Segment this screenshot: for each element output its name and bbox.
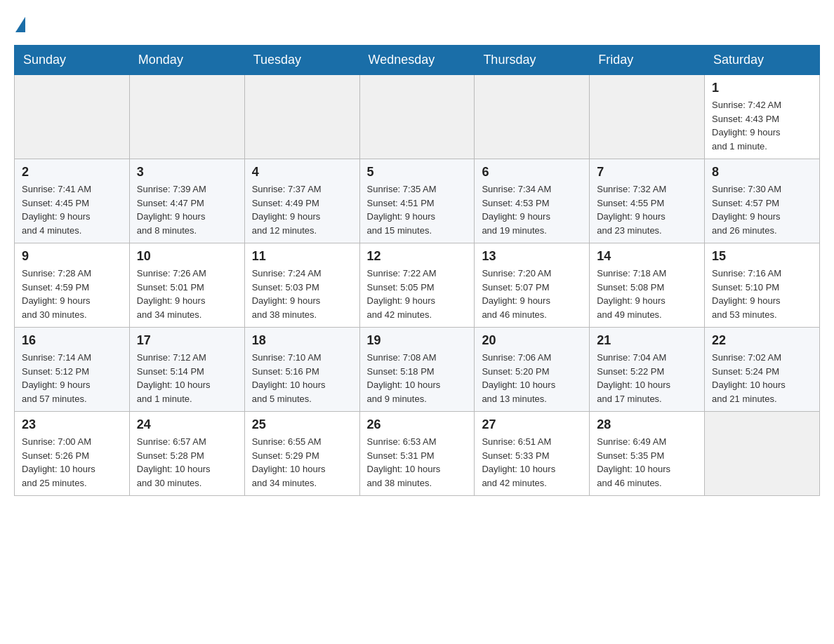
day-info: Sunrise: 6:49 AM Sunset: 5:35 PM Dayligh…	[597, 435, 697, 490]
day-number: 26	[367, 417, 468, 432]
calendar-day-cell: 5Sunrise: 7:35 AM Sunset: 4:51 PM Daylig…	[359, 159, 475, 243]
day-info: Sunrise: 7:00 AM Sunset: 5:26 PM Dayligh…	[22, 435, 122, 490]
day-info: Sunrise: 7:12 AM Sunset: 5:14 PM Dayligh…	[137, 351, 237, 405]
day-info: Sunrise: 7:02 AM Sunset: 5:24 PM Dayligh…	[712, 351, 812, 405]
calendar-day-cell: 26Sunrise: 6:53 AM Sunset: 5:31 PM Dayli…	[359, 412, 475, 496]
day-number: 25	[252, 417, 352, 432]
day-info: Sunrise: 7:16 AM Sunset: 5:10 PM Dayligh…	[712, 267, 812, 321]
day-number: 20	[482, 333, 582, 348]
day-number: 17	[137, 333, 237, 348]
day-number: 16	[22, 333, 122, 348]
calendar-day-cell	[15, 75, 130, 159]
calendar-day-cell	[705, 412, 820, 496]
day-number: 23	[22, 417, 122, 432]
calendar-day-cell	[590, 75, 705, 159]
calendar-day-cell: 9Sunrise: 7:28 AM Sunset: 4:59 PM Daylig…	[15, 243, 130, 328]
day-number: 27	[482, 417, 582, 432]
calendar-day-cell: 13Sunrise: 7:20 AM Sunset: 5:07 PM Dayli…	[475, 243, 590, 328]
day-info: Sunrise: 7:06 AM Sunset: 5:20 PM Dayligh…	[482, 351, 582, 405]
day-info: Sunrise: 7:37 AM Sunset: 4:49 PM Dayligh…	[252, 182, 352, 237]
calendar-week-row: 16Sunrise: 7:14 AM Sunset: 5:12 PM Dayli…	[15, 328, 820, 412]
calendar-day-cell: 10Sunrise: 7:26 AM Sunset: 5:01 PM Dayli…	[129, 243, 244, 328]
calendar-week-row: 9Sunrise: 7:28 AM Sunset: 4:59 PM Daylig…	[15, 243, 820, 328]
day-number: 18	[252, 333, 352, 348]
calendar-week-row: 23Sunrise: 7:00 AM Sunset: 5:26 PM Dayli…	[15, 412, 820, 496]
logo	[14, 14, 25, 31]
day-of-week-header: Saturday	[705, 46, 820, 75]
day-info: Sunrise: 7:04 AM Sunset: 5:22 PM Dayligh…	[597, 351, 697, 405]
calendar-day-cell: 2Sunrise: 7:41 AM Sunset: 4:45 PM Daylig…	[15, 159, 130, 243]
day-info: Sunrise: 7:32 AM Sunset: 4:55 PM Dayligh…	[597, 182, 697, 237]
calendar-day-cell: 17Sunrise: 7:12 AM Sunset: 5:14 PM Dayli…	[129, 328, 244, 412]
day-of-week-header: Monday	[129, 46, 244, 75]
day-number: 11	[252, 249, 352, 264]
calendar-day-cell: 20Sunrise: 7:06 AM Sunset: 5:20 PM Dayli…	[475, 328, 590, 412]
day-info: Sunrise: 7:22 AM Sunset: 5:05 PM Dayligh…	[367, 267, 468, 321]
day-number: 28	[597, 417, 697, 432]
calendar-day-cell	[359, 75, 475, 159]
day-number: 3	[137, 165, 237, 180]
day-number: 12	[367, 249, 468, 264]
calendar-week-row: 2Sunrise: 7:41 AM Sunset: 4:45 PM Daylig…	[15, 159, 820, 243]
day-info: Sunrise: 7:10 AM Sunset: 5:16 PM Dayligh…	[252, 351, 352, 405]
day-info: Sunrise: 7:24 AM Sunset: 5:03 PM Dayligh…	[252, 267, 352, 321]
day-number: 7	[597, 165, 697, 180]
day-number: 5	[367, 165, 468, 180]
day-of-week-header: Friday	[590, 46, 705, 75]
calendar-day-cell: 12Sunrise: 7:22 AM Sunset: 5:05 PM Dayli…	[359, 243, 475, 328]
day-info: Sunrise: 7:39 AM Sunset: 4:47 PM Dayligh…	[137, 182, 237, 237]
page-header	[14, 14, 820, 31]
day-number: 4	[252, 165, 352, 180]
day-info: Sunrise: 6:57 AM Sunset: 5:28 PM Dayligh…	[137, 435, 237, 490]
day-info: Sunrise: 7:35 AM Sunset: 4:51 PM Dayligh…	[367, 182, 468, 237]
day-of-week-header: Sunday	[15, 46, 130, 75]
day-info: Sunrise: 7:42 AM Sunset: 4:43 PM Dayligh…	[712, 98, 812, 153]
calendar-day-cell: 28Sunrise: 6:49 AM Sunset: 5:35 PM Dayli…	[590, 412, 705, 496]
calendar-day-cell: 14Sunrise: 7:18 AM Sunset: 5:08 PM Dayli…	[590, 243, 705, 328]
day-number: 24	[137, 417, 237, 432]
day-info: Sunrise: 7:41 AM Sunset: 4:45 PM Dayligh…	[22, 182, 122, 237]
calendar-day-cell: 18Sunrise: 7:10 AM Sunset: 5:16 PM Dayli…	[244, 328, 359, 412]
calendar-day-cell: 4Sunrise: 7:37 AM Sunset: 4:49 PM Daylig…	[244, 159, 359, 243]
calendar-day-cell: 21Sunrise: 7:04 AM Sunset: 5:22 PM Dayli…	[590, 328, 705, 412]
day-info: Sunrise: 7:18 AM Sunset: 5:08 PM Dayligh…	[597, 267, 697, 321]
day-number: 10	[137, 249, 237, 264]
day-number: 21	[597, 333, 697, 348]
calendar-day-cell: 8Sunrise: 7:30 AM Sunset: 4:57 PM Daylig…	[705, 159, 820, 243]
day-number: 6	[482, 165, 582, 180]
logo-arrow-icon	[15, 17, 25, 32]
calendar-day-cell	[475, 75, 590, 159]
calendar-day-cell: 23Sunrise: 7:00 AM Sunset: 5:26 PM Dayli…	[15, 412, 130, 496]
calendar-day-cell	[129, 75, 244, 159]
calendar-day-cell: 19Sunrise: 7:08 AM Sunset: 5:18 PM Dayli…	[359, 328, 475, 412]
calendar-week-row: 1Sunrise: 7:42 AM Sunset: 4:43 PM Daylig…	[15, 75, 820, 159]
calendar-day-cell	[244, 75, 359, 159]
day-info: Sunrise: 7:20 AM Sunset: 5:07 PM Dayligh…	[482, 267, 582, 321]
day-info: Sunrise: 7:08 AM Sunset: 5:18 PM Dayligh…	[367, 351, 468, 405]
calendar-day-cell: 16Sunrise: 7:14 AM Sunset: 5:12 PM Dayli…	[15, 328, 130, 412]
day-number: 9	[22, 249, 122, 264]
calendar-day-cell: 27Sunrise: 6:51 AM Sunset: 5:33 PM Dayli…	[475, 412, 590, 496]
day-number: 8	[712, 165, 812, 180]
calendar-day-cell: 7Sunrise: 7:32 AM Sunset: 4:55 PM Daylig…	[590, 159, 705, 243]
calendar-day-cell: 24Sunrise: 6:57 AM Sunset: 5:28 PM Dayli…	[129, 412, 244, 496]
calendar-header-row: SundayMondayTuesdayWednesdayThursdayFrid…	[15, 46, 820, 75]
day-info: Sunrise: 7:14 AM Sunset: 5:12 PM Dayligh…	[22, 351, 122, 405]
day-number: 1	[712, 81, 812, 95]
day-info: Sunrise: 7:34 AM Sunset: 4:53 PM Dayligh…	[482, 182, 582, 237]
day-number: 15	[712, 249, 812, 264]
calendar-day-cell: 25Sunrise: 6:55 AM Sunset: 5:29 PM Dayli…	[244, 412, 359, 496]
calendar-day-cell: 15Sunrise: 7:16 AM Sunset: 5:10 PM Dayli…	[705, 243, 820, 328]
day-number: 19	[367, 333, 468, 348]
calendar-day-cell: 1Sunrise: 7:42 AM Sunset: 4:43 PM Daylig…	[705, 75, 820, 159]
day-info: Sunrise: 6:55 AM Sunset: 5:29 PM Dayligh…	[252, 435, 352, 490]
day-number: 2	[22, 165, 122, 180]
day-info: Sunrise: 7:28 AM Sunset: 4:59 PM Dayligh…	[22, 267, 122, 321]
day-info: Sunrise: 6:51 AM Sunset: 5:33 PM Dayligh…	[482, 435, 582, 490]
day-number: 13	[482, 249, 582, 264]
day-info: Sunrise: 7:26 AM Sunset: 5:01 PM Dayligh…	[137, 267, 237, 321]
day-info: Sunrise: 7:30 AM Sunset: 4:57 PM Dayligh…	[712, 182, 812, 237]
day-number: 22	[712, 333, 812, 348]
day-of-week-header: Thursday	[475, 46, 590, 75]
calendar-day-cell: 22Sunrise: 7:02 AM Sunset: 5:24 PM Dayli…	[705, 328, 820, 412]
